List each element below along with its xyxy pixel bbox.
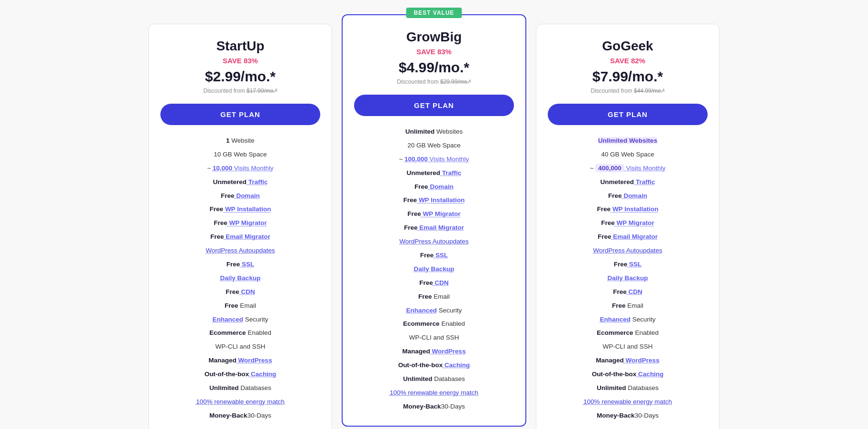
feature-text: WP-CLI and SSH [215,343,265,350]
feature-bold: Free [210,205,224,213]
feature-bold: Free [226,288,239,295]
features-list-growbig: Unlimited Websites20 GB Web Space~ 100,0… [354,127,514,411]
feature-text: Email [238,302,256,309]
feature-link: SSL [627,261,641,268]
feature-item: Free WP Migrator [354,210,514,219]
feature-item: Out-of-the-box Caching [354,361,514,370]
feature-bold: Free [221,192,235,199]
feature-visits-text: Visits Monthly [624,165,666,172]
feature-visits: 100,000 [404,156,428,163]
feature-bold: Out-of-the-box [398,361,443,369]
feature-link-plain2: 100% renewable energy match [583,398,672,405]
feature-link: Daily Backup [608,274,648,282]
price-startup: $2.99/mo.* [160,68,320,85]
feature-item: Free CDN [160,288,320,297]
feature-item: 10 GB Web Space [160,150,320,159]
feature-bold: Ecommerce [209,329,246,336]
feature-item: Free WP Installation [160,205,320,214]
feature-item: Free WP Installation [548,205,708,214]
feature-visits: 400,000 [595,164,624,172]
feature-item: 1 Website [160,136,320,146]
feature-bold: Free [418,293,432,300]
feature-item: Daily Backup [354,265,514,274]
feature-item: Ecommerce Enabled [548,329,708,338]
feature-item: Enhanced Security [548,315,708,324]
feature-bold: Managed [402,348,430,355]
feature-bold: Unmetered [601,178,634,185]
feature-item: ~ 10,000 Visits Monthly [160,164,320,173]
feature-text: Databases [239,384,271,391]
feature-visits-text: Visits Monthly [428,156,469,163]
feature-item: Enhanced Security [354,306,514,315]
feature-text: 30-Days [441,403,465,410]
feature-bold: Ecommerce [597,329,633,336]
feature-item: Unmetered Traffic [548,178,708,187]
feature-item: Unmetered Traffic [160,178,320,187]
features-list-gogeek: Unlimited Websites40 GB Web Space~ 400,0… [548,136,708,420]
feature-bold: Money-Back [403,403,441,410]
feature-item: 100% renewable energy match [160,398,320,407]
feature-link: Traffic [634,178,655,185]
get-plan-button-startup[interactable]: GET PLAN [160,104,320,125]
feature-bold: Unlimited [597,384,626,391]
feature-item: Free SSL [160,260,320,269]
save-badge-gogeek: SAVE 82% [548,57,708,65]
feature-link: WordPress [430,348,466,355]
feature-item: Money-Back30-Days [354,402,514,411]
feature-link-plain2: 100% renewable energy match [196,398,285,405]
feature-bold: Unlimited [209,384,239,391]
feature-text: Enabled [246,329,271,336]
best-value-badge: BEST VALUE [406,8,462,18]
feature-bold: Free [210,233,224,240]
feature-text: Email [626,302,644,309]
feature-link: WP Migrator [227,219,267,226]
feature-bold: Unmetered [213,178,247,185]
feature-text: Enabled [633,329,659,336]
feature-link: SSL [434,252,448,259]
plan-card-gogeek: GoGeekSAVE 82%$7.99/mo.*Discounted from … [536,24,720,429]
feature-item: Free WP Migrator [160,219,320,228]
feature-item: WordPress Autoupdates [160,246,320,255]
feature-item: 100% renewable energy match [354,389,514,398]
feature-item: Unlimited Databases [160,384,320,393]
feature-link: Email Migrator [612,233,658,240]
discounted-from-growbig: Discounted from $29.99/mo.* [354,78,514,85]
plan-card-growbig: BEST VALUEGrowBigSAVE 83%$4.99/mo.*Disco… [342,14,526,427]
price-gogeek: $7.99/mo.* [548,68,708,85]
plan-name-gogeek: GoGeek [548,39,708,54]
feature-prefix: ~ [207,165,213,172]
save-badge-startup: SAVE 83% [160,57,320,65]
feature-item: Free Email Migrator [160,233,320,242]
feature-item: ~ 400,000 Visits Monthly [548,164,708,173]
feature-bold: Free [414,183,428,190]
feature-item: Out-of-the-box Caching [160,370,320,379]
feature-text: 10 GB Web Space [214,151,267,158]
feature-item: ~ 100,000 Visits Monthly [354,155,514,164]
feature-bold: Unlimited [403,375,433,382]
feature-link: Caching [443,361,470,369]
discounted-from-startup: Discounted from $17.99/mo.* [160,88,320,94]
feature-link: Domain [428,183,454,190]
feature-visits: 10,000 [213,165,232,172]
feature-item: Free CDN [548,288,708,297]
feature-bold: Money-Back [597,412,635,419]
feature-item: WordPress Autoupdates [548,246,708,255]
plan-name-growbig: GrowBig [354,29,514,45]
feature-item: Money-Back30-Days [160,411,320,420]
get-plan-button-gogeek[interactable]: GET PLAN [548,104,708,125]
feature-item: Managed WordPress [160,356,320,365]
pricing-container: StartUpSAVE 83%$2.99/mo.*Discounted from… [148,14,720,429]
feature-bold: Unlimited [405,128,435,135]
feature-item: Free SSL [354,251,514,260]
feature-text: WP-CLI and SSH [602,343,652,350]
get-plan-button-growbig[interactable]: GET PLAN [354,95,514,116]
feature-item: Ecommerce Enabled [354,320,514,329]
feature-link: Caching [249,370,276,378]
feature-text: WP-CLI and SSH [409,334,459,341]
feature-text: 20 GB Web Space [407,142,461,149]
feature-item: Managed WordPress [354,347,514,356]
feature-bold: Free [614,261,628,268]
feature-text: Security [437,307,462,314]
feature-bold: Free [419,279,433,286]
plan-card-startup: StartUpSAVE 83%$2.99/mo.*Discounted from… [148,24,332,429]
